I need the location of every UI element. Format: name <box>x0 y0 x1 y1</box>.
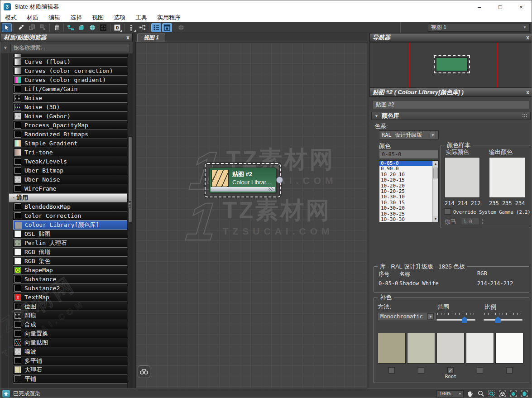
list-item[interactable]: RGB 染色 <box>13 257 127 266</box>
node-output-socket[interactable] <box>276 177 283 183</box>
list-item[interactable]: Simple Gradient <box>13 139 127 148</box>
navigator-header[interactable]: 导航器 x <box>369 33 532 42</box>
list-item[interactable]: OSL 贴图 <box>13 230 127 239</box>
map-name-field[interactable]: 贴图 #2 <box>373 100 529 109</box>
list-item[interactable]: 向量贴图 <box>13 338 127 347</box>
list-item[interactable] <box>13 54 127 58</box>
list-item[interactable]: Perlin 大理石 <box>13 239 127 248</box>
spinner-arrows-icon[interactable]: ▲▼ <box>480 218 485 225</box>
delete-icon[interactable] <box>52 23 62 32</box>
assign-material-icon[interactable] <box>27 23 37 32</box>
list-item[interactable]: Process_OpacityMap <box>13 121 127 130</box>
eyedropper-icon[interactable] <box>16 23 26 32</box>
navigator-node-proxy[interactable] <box>436 57 468 72</box>
list-item[interactable]: BlendedBoxMap <box>13 202 127 211</box>
scroll-up-icon[interactable]: ▲ <box>433 161 438 167</box>
scroll-down-icon[interactable]: ▼ <box>433 216 438 222</box>
node-canvas[interactable]: 1 TZ素材网 TZSUCAI.COM 1 TZ素材网 TZSUCAI.COM … <box>135 42 367 388</box>
list-item[interactable]: WireFrame <box>13 184 127 193</box>
view-selector-dropdown[interactable]: 视图 1 ▼ <box>428 24 530 32</box>
menu-item[interactable]: 材质 <box>27 14 38 22</box>
list-item[interactable]: Curves (color correction) <box>13 67 127 76</box>
menu-item[interactable]: 选项 <box>114 14 125 22</box>
list-item[interactable]: ShapeMap <box>13 266 127 275</box>
zoom-region-icon[interactable] <box>487 390 496 398</box>
zoom-level-dropdown[interactable]: 100% ▼ <box>436 390 464 398</box>
shade-swatch[interactable] <box>407 333 435 364</box>
pan-icon[interactable] <box>465 390 474 398</box>
background-checker-icon[interactable] <box>98 23 108 32</box>
navigator-viewport[interactable] <box>369 42 532 88</box>
list-item[interactable]: 合成 <box>13 320 127 329</box>
menu-item[interactable]: 视图 <box>92 14 104 22</box>
color-list-item[interactable]: 10-30-20 <box>379 206 432 211</box>
gamma-override-checkbox[interactable] <box>445 208 451 215</box>
browser-header[interactable]: 材质/贴图浏览器 x <box>0 33 133 42</box>
splitter-grip[interactable] <box>128 201 131 208</box>
params-close-icon[interactable]: x <box>526 89 529 96</box>
list-item[interactable]: Color Correction <box>13 211 127 221</box>
show-map-icon[interactable] <box>87 23 97 32</box>
layout-dots-icon[interactable] <box>126 23 136 32</box>
list-item[interactable]: 位图 <box>13 302 127 311</box>
menu-item[interactable]: 实用程序 <box>157 14 181 22</box>
list-item[interactable]: Noise (3D) <box>13 103 127 112</box>
list-item[interactable]: 向量置换 <box>13 329 127 338</box>
list-item[interactable]: Colour Library[颜色库] <box>13 221 127 230</box>
gamma-spinner[interactable]: 1.0 ▲▼ <box>461 218 485 225</box>
color-list-item[interactable]: 10-20-15 <box>379 177 432 183</box>
node-list-icon[interactable] <box>151 23 161 32</box>
list-item[interactable]: Randomized Bitmaps <box>13 130 127 139</box>
browser-close-icon[interactable]: x <box>126 34 129 41</box>
zoom-extents-selected-icon[interactable] <box>509 390 518 398</box>
color-list-scroll-thumb[interactable] <box>433 168 438 178</box>
list-item[interactable]: 大理石 <box>13 365 127 374</box>
menu-item[interactable]: 编辑 <box>48 14 60 22</box>
color-list-scrollbar[interactable]: ▲ ▼ <box>432 161 438 222</box>
list-item[interactable]: Uber Bitmap <box>13 166 127 175</box>
list-item[interactable]: 凹痕 <box>13 311 127 320</box>
node-grid-icon[interactable] <box>162 23 172 32</box>
browser-scrollbar-thumb[interactable] <box>128 136 132 222</box>
list-item[interactable]: Tri-tone <box>13 148 127 157</box>
zero-button[interactable]: O <box>112 23 122 32</box>
put-material-icon[interactable] <box>38 23 48 32</box>
zoom-icon[interactable] <box>476 390 485 398</box>
pan-to-selected-icon[interactable] <box>520 390 529 398</box>
list-item[interactable]: Lift/Gamma/Gain <box>13 85 127 94</box>
maximize-button[interactable]: □ <box>490 0 511 13</box>
auto-layout-icon[interactable] <box>66 23 76 32</box>
search-input[interactable]: 按名称搜索... <box>10 44 130 52</box>
menu-item[interactable]: 工具 <box>135 14 147 22</box>
color-list-item[interactable]: 10-30-10 <box>379 194 432 200</box>
color-value-field[interactable]: 0-85-0 <box>379 150 439 159</box>
navigator-close-icon[interactable]: x <box>526 34 529 41</box>
map-node[interactable]: 贴图 #2 Colour Librar... <box>209 168 276 193</box>
list-item[interactable]: 多平铺 <box>13 356 127 365</box>
shade-checkbox[interactable] <box>506 367 513 374</box>
shade-swatch[interactable] <box>466 333 494 364</box>
list-item[interactable]: 平铺 <box>13 374 127 384</box>
list-item[interactable]: 噪波 <box>13 347 127 356</box>
connector-icon[interactable] <box>137 23 147 32</box>
render-map-icon[interactable] <box>176 23 186 32</box>
params-header[interactable]: 贴图 #2 ( Colour Library[颜色库] ) x <box>369 88 532 97</box>
family-dropdown[interactable]: RAL 设计升级版 ▼ <box>379 130 439 139</box>
material-node-icon[interactable] <box>77 23 86 32</box>
list-item[interactable]: Curves (color gradient) <box>13 76 127 85</box>
menu-item[interactable]: 模式 <box>5 14 17 22</box>
minimize-button[interactable]: – <box>469 0 490 13</box>
color-list-item[interactable]: 10-30-30 <box>379 217 432 222</box>
color-list-item[interactable]: 0-90-0 <box>379 166 432 172</box>
close-button[interactable]: × <box>511 0 532 13</box>
shade-checkbox[interactable] <box>388 367 395 374</box>
list-item[interactable]: Curve (float) <box>13 58 127 67</box>
shade-swatch[interactable] <box>436 333 465 364</box>
rollout-colour-library[interactable]: ▼ 颜色库 <box>371 112 531 120</box>
select-icon[interactable] <box>2 23 12 32</box>
find-button[interactable] <box>138 365 150 378</box>
list-item[interactable]: TTextMap <box>13 293 127 302</box>
list-item[interactable]: RGB 倍增 <box>13 248 127 257</box>
list-item[interactable]: Substance <box>13 275 127 284</box>
shade-checkbox[interactable] <box>418 367 424 374</box>
